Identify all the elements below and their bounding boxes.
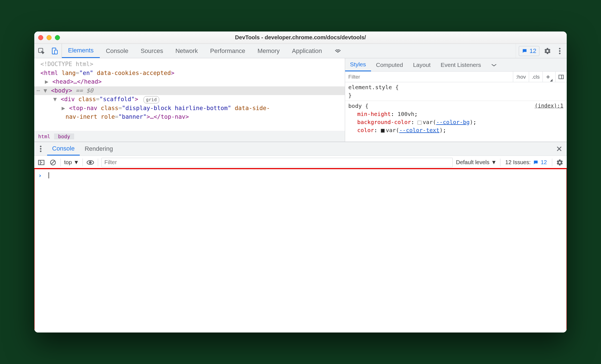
console-body[interactable]: › [34, 169, 567, 333]
close-window-button[interactable] [38, 35, 43, 40]
new-style-rule-icon[interactable]: ◢ [542, 72, 555, 82]
style-rule-element[interactable]: element.style { } [345, 82, 567, 101]
styles-filter-row: :hov .cls ◢ [345, 72, 567, 82]
console-issues-link[interactable]: 12 Issues: 12 [504, 159, 549, 166]
divider [500, 159, 500, 166]
clear-console-icon[interactable] [49, 159, 57, 166]
elements-split: <!DOCTYPE html> <html lang="en" data-coo… [34, 58, 567, 142]
breadcrumb-item[interactable]: html [34, 134, 54, 139]
drawer-close-icon[interactable] [552, 142, 567, 156]
styles-tab-computed[interactable]: Computed [371, 58, 408, 71]
divider [83, 159, 83, 166]
devtools-window: DevTools - developer.chrome.com/docs/dev… [34, 31, 567, 333]
dom-node[interactable]: ▼ <div class="scaffold"> grid [37, 95, 343, 104]
toggle-hov-button[interactable]: :hov [513, 72, 529, 82]
svg-point-5 [559, 52, 560, 54]
zoom-window-button[interactable] [55, 35, 60, 40]
svg-rect-2 [55, 50, 57, 54]
dom-node[interactable]: ▶ <top-nav class="display-block hairline… [37, 104, 343, 113]
console-toolbar: top ▼ Default levels ▼ 12 Issues: 12 [34, 156, 567, 169]
console-prompt-icon: › [38, 172, 42, 179]
toggle-cls-button[interactable]: .cls [529, 72, 543, 82]
svg-point-9 [40, 148, 41, 149]
console-settings-icon[interactable] [556, 159, 564, 166]
tab-console[interactable]: Console [100, 44, 135, 58]
device-toolbar-icon[interactable] [50, 47, 59, 55]
toolbar-right: 12 [516, 44, 567, 58]
chevron-down-icon: ▼ [491, 159, 497, 166]
styles-tabs-overflow-icon[interactable] [486, 58, 502, 71]
styles-tab-event[interactable]: Event Listeners [436, 58, 486, 71]
style-rule-body[interactable]: (index):1 body { min-height: 100vh; back… [345, 101, 567, 135]
svg-point-16 [89, 161, 91, 163]
drawer-tabs: Console Rendering [34, 142, 567, 156]
tab-application[interactable]: Application [286, 44, 328, 58]
main-tabs: Elements Console Sources Network Perform… [62, 44, 516, 58]
styles-rules[interactable]: element.style { } (index):1 body { min-h… [345, 82, 567, 142]
styles-tabs: Styles Computed Layout Event Listeners [345, 58, 567, 72]
settings-icon[interactable] [543, 47, 552, 55]
tab-elements[interactable]: Elements [62, 44, 100, 58]
execution-context-select[interactable]: top ▼ [64, 159, 79, 166]
console-sidebar-toggle-icon[interactable] [37, 159, 45, 166]
drawer: Console Rendering top ▼ [34, 142, 567, 333]
titlebar: DevTools - developer.chrome.com/docs/dev… [34, 31, 567, 44]
divider [60, 159, 61, 166]
styles-pane: Styles Computed Layout Event Listeners :… [345, 58, 567, 142]
toolbar-left [34, 44, 62, 58]
drawer-tab-rendering[interactable]: Rendering [80, 142, 118, 156]
svg-point-4 [559, 50, 560, 52]
log-levels-select[interactable]: Default levels ▼ [456, 159, 497, 166]
tab-sources[interactable]: Sources [134, 44, 169, 58]
svg-point-3 [559, 48, 560, 49]
divider [98, 159, 98, 166]
live-expression-icon[interactable] [86, 160, 94, 165]
dom-node-selected[interactable]: ⋯ ▼ <body> == $0 [34, 86, 345, 95]
styles-tab-layout[interactable]: Layout [408, 58, 436, 71]
tab-performance[interactable]: Performance [204, 44, 251, 58]
tab-memory[interactable]: Memory [251, 44, 286, 58]
dom-pane: <!DOCTYPE html> <html lang="en" data-coo… [34, 58, 345, 142]
dom-node[interactable]: <html lang="en" data-cookies-accepted> [37, 69, 343, 78]
breadcrumbs: html body [34, 131, 345, 142]
styles-filter-input[interactable] [345, 72, 513, 82]
layout-badge-grid[interactable]: grid [144, 96, 159, 103]
console-cursor [49, 172, 49, 178]
chevron-down-icon: ▼ [74, 159, 79, 166]
kebab-menu-icon[interactable] [556, 47, 564, 55]
color-swatch[interactable] [381, 129, 385, 133]
window-title: DevTools - developer.chrome.com/docs/dev… [34, 34, 567, 41]
issues-count: 12 [530, 47, 536, 55]
dom-node[interactable]: <!DOCTYPE html> [37, 60, 343, 69]
color-swatch[interactable] [418, 121, 421, 125]
dom-node[interactable]: ▶ <head>…</head> [37, 77, 343, 86]
divider [552, 159, 552, 166]
svg-point-8 [40, 146, 41, 147]
drawer-tab-console[interactable]: Console [47, 142, 80, 156]
console-filter-input[interactable] [101, 158, 453, 167]
styles-tab-styles[interactable]: Styles [345, 58, 371, 71]
tabs-overflow-icon[interactable] [328, 44, 348, 58]
drawer-kebab-icon[interactable] [37, 145, 45, 152]
dom-node[interactable]: nav-inert role="banner">…</top-nav> [37, 113, 343, 122]
breadcrumb-item-selected[interactable]: body [54, 134, 74, 139]
main-toolbar: Elements Console Sources Network Perform… [34, 44, 567, 58]
traffic-lights [38, 35, 60, 40]
tab-network[interactable]: Network [169, 44, 204, 58]
minimize-window-button[interactable] [47, 35, 52, 40]
svg-point-10 [40, 151, 41, 152]
svg-line-14 [51, 161, 55, 164]
svg-rect-6 [559, 75, 564, 79]
inspect-element-icon[interactable] [37, 47, 45, 55]
dom-tree[interactable]: <!DOCTYPE html> <html lang="en" data-coo… [34, 58, 345, 131]
computed-styles-sidebar-icon[interactable] [555, 72, 567, 82]
rule-origin-link[interactable]: (index):1 [535, 102, 563, 110]
issues-badge[interactable]: 12 [519, 46, 539, 56]
